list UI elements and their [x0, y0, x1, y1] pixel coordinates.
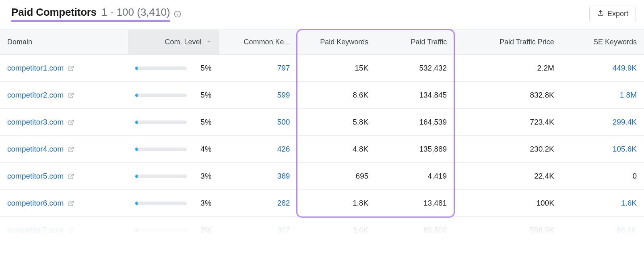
export-button[interactable]: Export [589, 6, 636, 22]
com-level-value: 4% [193, 145, 212, 154]
domain-link[interactable]: competitor4.com [7, 145, 74, 154]
paid-traffic-value: 134,845 [419, 91, 447, 99]
external-link-icon [68, 119, 74, 126]
table-row: competitor6.com3%2821.8K13,481100K1.6K [0, 190, 644, 217]
paid-keywords-value: 4.8K [353, 145, 368, 153]
table-row: competitor5.com3%3696954,41922.4K0 [0, 163, 644, 190]
domain-text: competitor1.com [7, 64, 64, 73]
paid-traffic-price-value: 723.4K [530, 118, 554, 126]
com-level-cell: 3% [135, 172, 212, 181]
svg-point-2 [177, 12, 178, 13]
page-title: Paid Competitors 1 - 100 (3,410) [11, 6, 170, 22]
header: Paid Competitors 1 - 100 (3,410) Export [0, 0, 644, 29]
com-level-cell: 5% [135, 64, 212, 73]
domain-text: competitor3.com [7, 118, 64, 127]
domain-link[interactable]: competitor1.com [7, 64, 74, 73]
export-icon [597, 9, 604, 19]
paid-keywords-value: 1.8K [353, 199, 368, 207]
paid-keywords-value: 8.6K [353, 91, 368, 99]
paid-traffic-value: 532,432 [419, 64, 447, 72]
com-level-value: 5% [193, 91, 212, 100]
paid-keywords-value: 695 [356, 172, 369, 180]
com-level-cell: 3% [135, 226, 212, 235]
se-keywords-value[interactable]: 105.6K [613, 145, 637, 153]
domain-link[interactable]: competitor5.com [7, 172, 74, 181]
common-keywords-value[interactable]: 599 [277, 91, 290, 99]
col-common-keywords[interactable]: Common Ke... [219, 30, 297, 55]
paid-traffic-value: 164,539 [419, 118, 447, 126]
common-keywords-value[interactable]: 307 [277, 226, 290, 234]
sort-desc-icon [206, 38, 212, 46]
table-row: competitor1.com5%79715K532,4322.2M449.9K [0, 55, 644, 82]
common-keywords-value[interactable]: 282 [277, 199, 290, 207]
col-domain[interactable]: Domain [0, 30, 128, 55]
domain-text: competitor7.com [7, 226, 64, 235]
external-link-icon [68, 200, 74, 207]
com-level-bar [135, 94, 187, 97]
se-keywords-value[interactable]: 86.6K [617, 226, 637, 234]
com-level-cell: 5% [135, 91, 212, 100]
domain-link[interactable]: competitor3.com [7, 118, 74, 127]
common-keywords-value[interactable]: 797 [277, 64, 290, 72]
domain-text: competitor5.com [7, 172, 64, 181]
se-keywords-value[interactable]: 1.6K [621, 199, 637, 207]
se-keywords-value[interactable]: 299.4K [613, 118, 637, 126]
com-level-cell: 4% [135, 145, 212, 154]
paid-traffic-value: 135,889 [419, 145, 447, 153]
external-link-icon [68, 65, 74, 72]
col-paid-traffic[interactable]: Paid Traffic [376, 30, 454, 55]
com-level-bar [135, 148, 187, 151]
common-keywords-value[interactable]: 426 [277, 145, 290, 153]
common-keywords-value[interactable]: 500 [277, 118, 290, 126]
external-link-icon [68, 146, 74, 153]
domain-link[interactable]: competitor6.com [7, 199, 74, 208]
paid-keywords-value: 5.8K [353, 118, 368, 126]
table-row: competitor2.com5%5998.6K134,845832.8K1.8… [0, 82, 644, 109]
domain-text: competitor6.com [7, 199, 64, 208]
page-title-range: 1 - 100 (3,410) [101, 6, 170, 19]
com-level-bar [135, 121, 187, 124]
page-title-text: Paid Competitors [11, 6, 97, 19]
table-row: competitor4.com4%4264.8K135,889230.2K105… [0, 136, 644, 163]
paid-traffic-price-value: 100K [536, 199, 554, 207]
com-level-bar [135, 202, 187, 205]
col-se-keywords[interactable]: SE Keywords [561, 30, 644, 55]
paid-traffic-price-value: 2.2M [537, 64, 554, 72]
com-level-cell: 3% [135, 199, 212, 208]
se-keywords-value[interactable]: 1.8M [620, 91, 637, 99]
info-icon[interactable] [173, 9, 182, 19]
external-link-icon [68, 173, 74, 180]
se-keywords-value[interactable]: 449.9K [613, 64, 637, 72]
com-level-value: 3% [193, 226, 212, 235]
domain-link[interactable]: competitor2.com [7, 91, 74, 100]
table-header-row: Domain Com. Level Common Ke... Paid Keyw… [0, 30, 644, 55]
com-level-value: 5% [193, 64, 212, 73]
col-paid-traffic-price[interactable]: Paid Traffic Price [454, 30, 561, 55]
common-keywords-value[interactable]: 369 [277, 172, 290, 180]
com-level-bar [135, 175, 187, 178]
domain-link[interactable]: competitor7.com [7, 226, 74, 235]
export-label: Export [607, 10, 628, 18]
com-level-cell: 5% [135, 118, 212, 127]
domain-text: competitor4.com [7, 145, 64, 154]
page: Paid Competitors 1 - 100 (3,410) Export … [0, 0, 644, 244]
domain-text: competitor2.com [7, 91, 64, 100]
com-level-value: 3% [193, 199, 212, 208]
col-com-level[interactable]: Com. Level [128, 30, 219, 55]
paid-keywords-value: 15K [355, 64, 368, 72]
com-level-value: 5% [193, 118, 212, 127]
paid-keywords-value: 3.6K [353, 226, 368, 234]
paid-traffic-value: 4,419 [428, 172, 447, 180]
paid-traffic-price-value: 22.4K [534, 172, 554, 180]
paid-traffic-price-value: 832.8K [530, 91, 554, 99]
se-keywords-value: 0 [632, 172, 637, 180]
com-level-value: 3% [193, 172, 212, 181]
col-paid-keywords[interactable]: Paid Keywords [297, 30, 376, 55]
table-row: competitor7.com3%3073.6K83,500598.9K86.6… [0, 217, 644, 244]
paid-traffic-value: 83,500 [423, 226, 447, 234]
com-level-bar [135, 67, 187, 70]
com-level-bar [135, 229, 187, 232]
paid-traffic-value: 13,481 [423, 199, 447, 207]
external-link-icon [68, 227, 74, 234]
table-row: competitor3.com5%5005.8K164,539723.4K299… [0, 109, 644, 136]
